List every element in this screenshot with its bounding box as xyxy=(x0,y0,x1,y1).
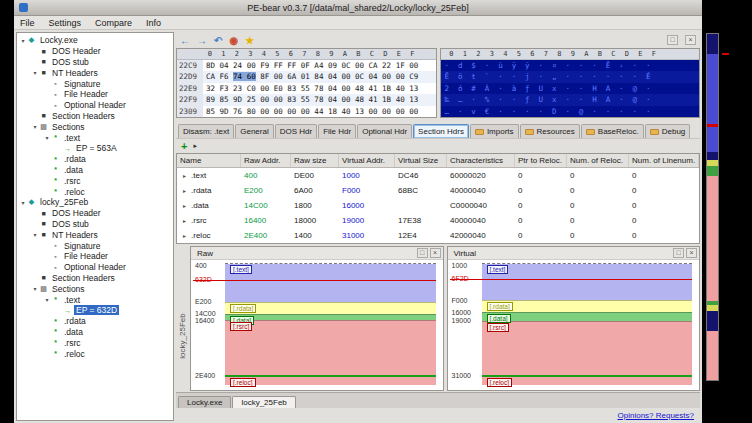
feedback-link[interactable]: Opinions? Requests? xyxy=(618,411,695,420)
tree-item-optional-header[interactable]: ▪Optional Header xyxy=(17,262,173,273)
tab-debug[interactable]: Debug xyxy=(645,124,691,138)
tree-item-locky-exe[interactable]: ▾◆Locky.exe xyxy=(17,35,173,46)
expander-icon[interactable]: ▾ xyxy=(19,37,27,44)
hex-row[interactable]: 22F989 85 9D 25 00 00 83 55 78 04 00 48 … xyxy=(177,94,436,105)
restore-panel-icon[interactable]: □ xyxy=(667,35,678,45)
section-band-reloc[interactable]: [.reloc] xyxy=(225,375,436,385)
table-row-reloc[interactable]: ▸.reloc2E40014003100012E442000040000 xyxy=(177,228,699,243)
tree-item-dos-header[interactable]: ■DOS Header xyxy=(17,46,173,57)
menu-item-compare[interactable]: Compare xyxy=(95,18,132,28)
tree-item-ep-563a[interactable]: →EP = 563A xyxy=(17,143,173,154)
hex-bytes-panel[interactable]: 0123456789ABCDEF 22C98D 04 24 00 F9 FF F… xyxy=(176,48,437,118)
tree-item-rdata[interactable]: *.rdata xyxy=(17,316,173,327)
tree-item-rdata[interactable]: *.rdata xyxy=(17,154,173,165)
tree-item-locky-25feb[interactable]: ▾◆locky_25Feb xyxy=(17,197,173,208)
favorites-star-icon[interactable]: ★ xyxy=(245,35,254,46)
section-band-reloc[interactable]: [.reloc] xyxy=(482,375,693,385)
tree-item-sections[interactable]: ▾▤Sections xyxy=(17,121,173,132)
row-expander-icon[interactable]: ▸ xyxy=(180,188,186,194)
tree-item-section-headers[interactable]: ■Section Headers xyxy=(17,111,173,122)
menu-item-settings[interactable]: Settings xyxy=(49,18,82,28)
tree-item-rsrc[interactable]: *.rsrc xyxy=(17,175,173,186)
hex-chars-panel[interactable]: 0123456789ABCDEF · d $ · ù ÿ ÿ · ¤ · · ·… xyxy=(440,48,701,118)
close-panel-icon[interactable]: × xyxy=(430,248,441,258)
tree-item-data[interactable]: *.data xyxy=(17,327,173,338)
tab-section-hdrs[interactable]: Section Hdrs xyxy=(413,124,469,138)
tree-item-sections[interactable]: ▾▤Sections xyxy=(17,283,173,294)
hex-char-row[interactable]: Ê ö t ` · · j · „ · · · · · · É xyxy=(441,71,700,82)
title-bar[interactable]: PE-bear v0.3.7 [/data/mal_shared2/Locky/… xyxy=(14,0,702,16)
section-band-rsrc[interactable]: [.rsrc] xyxy=(482,321,693,375)
section-band-text[interactable]: [.text] xyxy=(225,264,436,302)
expander-icon[interactable]: ▾ xyxy=(43,296,51,303)
tree-item-signature[interactable]: ▪Signature xyxy=(17,78,173,89)
section-band-rsrc[interactable]: [.rsrc] xyxy=(225,320,436,376)
section-band-text[interactable]: [.text] xyxy=(482,264,693,300)
hex-row[interactable]: 22E932 F3 23 C0 00 E0 83 55 78 04 00 48 … xyxy=(177,83,436,94)
section-band-data[interactable]: [.data] xyxy=(482,312,693,320)
tab-file-hdr[interactable]: File Hdr xyxy=(318,124,356,138)
table-row-data[interactable]: ▸.data14C00180016000C0000040000 xyxy=(177,198,699,213)
doc-tab-locky-exe[interactable]: Locky.exe xyxy=(178,396,231,408)
hex-row[interactable]: 22C98D 04 24 00 F9 FF FF 0F A4 09 0C 00 … xyxy=(177,60,436,71)
doc-tab-locky-25feb[interactable]: locky_25Feb xyxy=(232,396,295,408)
tree-item-file-header[interactable]: ▪File Header xyxy=(17,251,173,262)
tree-item-ep-632d[interactable]: →EP = 632D xyxy=(17,305,173,316)
nav-back-icon[interactable]: ← xyxy=(180,35,190,46)
row-expander-icon[interactable]: ▸ xyxy=(180,218,186,224)
hex-selection[interactable]: 74 60 xyxy=(233,72,256,81)
expander-icon[interactable]: ▾ xyxy=(43,134,51,141)
tree-item-optional-header[interactable]: ▪Optional Header xyxy=(17,100,173,111)
row-expander-icon[interactable]: ▸ xyxy=(180,173,186,179)
row-expander-icon[interactable]: ▸ xyxy=(180,203,186,209)
tree-item-dos-stub[interactable]: ■DOS stub xyxy=(17,57,173,68)
nav-forward-icon[interactable]: → xyxy=(197,35,207,46)
close-panel-icon[interactable]: × xyxy=(686,248,697,258)
menu-item-info[interactable]: Info xyxy=(146,18,161,28)
hex-char-row[interactable]: 2 ó # À · à ƒ U x · · H A · @ · xyxy=(441,83,700,94)
tab-general[interactable]: General xyxy=(235,124,273,138)
expander-icon[interactable]: ▾ xyxy=(31,285,39,292)
restore-panel-icon[interactable]: □ xyxy=(417,248,428,258)
tab-disasm-text[interactable]: Disasm: .text xyxy=(178,124,234,138)
tab-imports[interactable]: Imports xyxy=(470,124,519,138)
hex-row[interactable]: 230985 9D 76 80 00 00 00 00 44 18 40 13 … xyxy=(177,106,436,117)
tree-item-reloc[interactable]: *.reloc xyxy=(17,348,173,359)
tab-basereloc[interactable]: BaseReloc. xyxy=(581,124,644,138)
hex-bytes-body[interactable]: 22C98D 04 24 00 F9 FF FF 0F A4 09 0C 00 … xyxy=(177,60,436,117)
hex-char-row[interactable]: · d $ · ù ÿ ÿ · ¤ · · · Ê › · · xyxy=(441,60,700,71)
marker-icon[interactable]: ◉ xyxy=(229,35,238,46)
tree-item-signature[interactable]: ▪Signature xyxy=(17,240,173,251)
restore-panel-icon[interactable]: □ xyxy=(673,248,684,258)
expander-icon[interactable]: ▾ xyxy=(31,231,39,238)
tab-optional-hdr[interactable]: Optional Hdr xyxy=(357,124,412,138)
tree-item-nt-headers[interactable]: ▾■NT Headers xyxy=(17,229,173,240)
hex-row[interactable]: 22D9CA F6 74 60 8F 00 6A 01 84 04 00 0C … xyxy=(177,71,436,82)
tree-item-section-headers[interactable]: ■Section Headers xyxy=(17,273,173,284)
undo-arrow-icon[interactable]: ↶ xyxy=(214,35,222,46)
hex-char-row[interactable]: ‰ … · % · · ƒ U x · · H A · @ · xyxy=(441,94,700,105)
table-row-rdata[interactable]: ▸.rdataE2006A00F00068BC40000040000 xyxy=(177,183,699,198)
hex-chars-body[interactable]: · d $ · ù ÿ ÿ · ¤ · · · Ê › · ·Ê ö t ` ·… xyxy=(441,60,700,117)
close-panel-icon[interactable]: × xyxy=(685,35,696,45)
expander-icon[interactable]: ▾ xyxy=(31,69,39,76)
expander-icon[interactable]: ▾ xyxy=(31,123,39,130)
menu-item-file[interactable]: File xyxy=(20,18,35,28)
tab-resources[interactable]: Resources xyxy=(520,124,580,138)
tree-item-dos-stub[interactable]: ■DOS stub xyxy=(17,219,173,230)
tree-item-text[interactable]: ▾*.text xyxy=(17,132,173,143)
pe-structure-tree[interactable]: ▾◆Locky.exe■DOS Header■DOS stub▾■NT Head… xyxy=(16,32,174,421)
section-band-rdata[interactable]: [.rdata] xyxy=(482,300,693,312)
tree-item-rsrc[interactable]: *.rsrc xyxy=(17,337,173,348)
section-band-rdata[interactable]: [.rdata] xyxy=(225,302,436,314)
expander-icon[interactable]: ▾ xyxy=(19,199,27,206)
tree-item-text[interactable]: ▾*.text xyxy=(17,294,173,305)
tab-dos-hdr[interactable]: DOS Hdr xyxy=(275,124,317,138)
table-row-text[interactable]: ▸.text400DE001000DC4660000020000 xyxy=(177,168,699,183)
tree-item-dos-header[interactable]: ■DOS Header xyxy=(17,208,173,219)
hex-char-row[interactable]: … · v € · · · · D · @ · · · · · xyxy=(441,106,700,117)
add-button[interactable]: + xyxy=(181,140,187,152)
row-expander-icon[interactable]: ▸ xyxy=(180,233,186,239)
expand-arrow-icon[interactable]: ▸ xyxy=(193,142,197,150)
tree-item-reloc[interactable]: *.reloc xyxy=(17,186,173,197)
